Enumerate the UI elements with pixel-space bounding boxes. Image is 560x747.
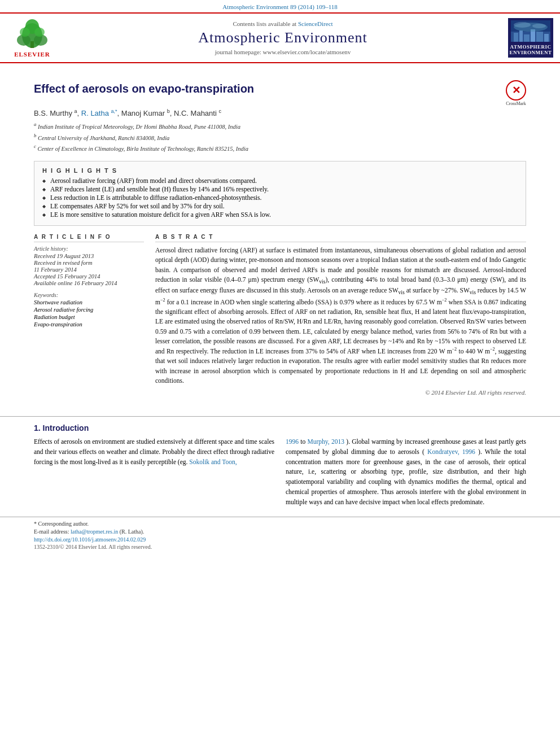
intro-para-1: Effects of aerosols on environment are s… [34, 437, 274, 467]
email-note: E-mail address: latha@tropmet.res.in (R.… [34, 528, 526, 535]
section-title: 1. Introduction [34, 423, 526, 433]
journal-center-info: Contents lists available at ScienceDirec… [63, 20, 502, 55]
highlight-5: LE is more sensitive to saturation moist… [42, 211, 518, 218]
svg-rect-11 [524, 34, 530, 42]
crossmark-badge-container[interactable]: ✕ CrossMark [506, 80, 526, 106]
footnote-area: * Corresponding author. E-mail address: … [0, 517, 560, 553]
journal-logo-text: ATMOSPHERIC ENVIRONMENT [510, 44, 552, 55]
date-online: Available online 16 February 2014 [34, 280, 144, 286]
ref-murphy-2013[interactable]: Murphy, 2013 [308, 438, 344, 445]
introduction-section: 1. Introduction Effects of aerosols on e… [0, 423, 560, 512]
journal-title: Atmospheric Environment [63, 29, 502, 46]
date-accepted: Accepted 15 February 2014 [34, 273, 144, 279]
svg-rect-14 [544, 34, 549, 42]
sciencedirect-link[interactable]: ScienceDirect [298, 20, 333, 27]
svg-rect-10 [519, 30, 523, 42]
authors-line: B.S. Murthy a, R. Latha a,*, Manoj Kumar… [34, 108, 526, 117]
journal-header: ELSEVIER Contents lists available at Sci… [0, 12, 560, 63]
highlights-list: Aerosol radiative forcing (ARF) from mod… [42, 177, 518, 218]
svg-point-17 [532, 24, 546, 28]
crossmark-icon: ✕ [506, 80, 526, 101]
article-info-abstract-section: A R T I C L E I N F O Article history: R… [34, 234, 526, 396]
date-revised-label: Received in revised form [34, 260, 144, 266]
abstract-heading: A B S T R A C T [155, 234, 526, 242]
svg-point-16 [514, 22, 531, 28]
svg-point-6 [34, 28, 45, 37]
doi-link[interactable]: http://dx.doi.org/10.1016/j.atmosenv.201… [34, 536, 146, 543]
intro-col-right: 1996 to Murphy, 2013 ). Global warming b… [286, 437, 526, 512]
keyword-3: Radiation budget [34, 314, 144, 320]
journal-logo-right: ATMOSPHERIC ENVIRONMENT [508, 18, 553, 58]
ref-1996[interactable]: 1996 [286, 438, 299, 445]
keyword-2: Aerosol radiative forcing [34, 307, 144, 313]
elsevier-logo: ELSEVIER [7, 19, 58, 58]
affiliation-c: c Center of Excellence in Climatology, B… [34, 143, 526, 153]
elsevier-tree-icon [12, 19, 52, 50]
highlight-1: Aerosol radiative forcing (ARF) from mod… [42, 177, 518, 184]
elsevier-wordmark: ELSEVIER [14, 51, 50, 58]
author-3: Manoj Kumar b [121, 109, 170, 117]
highlight-2: ARF reduces latent (LE) and sensible hea… [42, 186, 518, 193]
keyword-4: Evapo-transpiration [34, 321, 144, 327]
affiliation-a: a Indian Institute of Tropical Meteorolo… [34, 121, 526, 131]
crossmark-label: CrossMark [506, 101, 526, 106]
sciencedirect-line: Contents lists available at ScienceDirec… [63, 20, 502, 27]
svg-rect-9 [514, 33, 518, 42]
highlight-4: LE compensates ARF by 52% for wet soil a… [42, 203, 518, 209]
journal-ref-text: Atmospheric Environment 89 (2014) 109–11… [222, 3, 338, 10]
copyright-line: © 2014 Elsevier Ltd. All rights reserved… [155, 389, 526, 396]
article-title: Effect of aerosols on evapo-transpiratio… [34, 82, 497, 95]
intro-col-left: Effects of aerosols on environment are s… [34, 437, 274, 512]
author-2[interactable]: R. Latha a,* [81, 109, 117, 117]
highlight-3: Less reduction in LE is attributable to … [42, 194, 518, 201]
affiliations: a Indian Institute of Tropical Meteorolo… [34, 121, 526, 153]
email-link[interactable]: latha@tropmet.res.in [71, 528, 118, 535]
ref-kondratyev[interactable]: Kondratyev, 1996 [427, 448, 475, 455]
date-received: Received 19 August 2013 [34, 253, 144, 259]
article-info-heading: A R T I C L E I N F O [34, 234, 144, 242]
intro-para-right: 1996 to Murphy, 2013 ). Global warming b… [286, 437, 526, 508]
svg-rect-13 [536, 32, 543, 42]
abstract-column: A B S T R A C T Aerosol direct radiative… [155, 234, 526, 396]
article-info-column: A R T I C L E I N F O Article history: R… [34, 234, 144, 396]
highlights-heading: H I G H L I G H T S [42, 167, 518, 174]
keywords-block: Keywords: Shortwave radiation Aerosol ra… [34, 292, 144, 327]
issn-line: 1352-2310/© 2014 Elsevier Ltd. All right… [34, 544, 526, 550]
highlights-box: H I G H L I G H T S Aerosol radiative fo… [34, 161, 526, 226]
date-revised-value: 11 February 2014 [34, 267, 144, 273]
history-label: Article history: [34, 246, 144, 252]
main-content: Effect of aerosols on evapo-transpiratio… [0, 63, 560, 409]
intro-columns: Effects of aerosols on environment are s… [34, 437, 526, 512]
ref-sokolik-toon[interactable]: Sokolik and Toon, [189, 458, 237, 465]
top-journal-ref: Atmospheric Environment 89 (2014) 109–11… [0, 0, 560, 12]
svg-point-5 [20, 28, 30, 37]
author-4: N.C. Mahanti c [174, 109, 221, 117]
affiliation-b: b Central University of Jharkhand, Ranch… [34, 132, 526, 142]
keyword-1: Shortwave radiation [34, 299, 144, 305]
doi-line[interactable]: http://dx.doi.org/10.1016/j.atmosenv.201… [34, 536, 526, 543]
homepage-line: journal homepage: www.elsevier.com/locat… [63, 49, 502, 55]
corresponding-author-note: * Corresponding author. [34, 521, 526, 527]
abstract-text: Aerosol direct radiative forcing (ARF) a… [155, 246, 526, 386]
author-1: B.S. Murthy a [34, 109, 77, 117]
content-divider [0, 416, 560, 417]
journal-cover-image [511, 20, 550, 42]
keywords-label: Keywords: [34, 292, 144, 298]
article-history-block: Article history: Received 19 August 2013… [34, 246, 144, 286]
